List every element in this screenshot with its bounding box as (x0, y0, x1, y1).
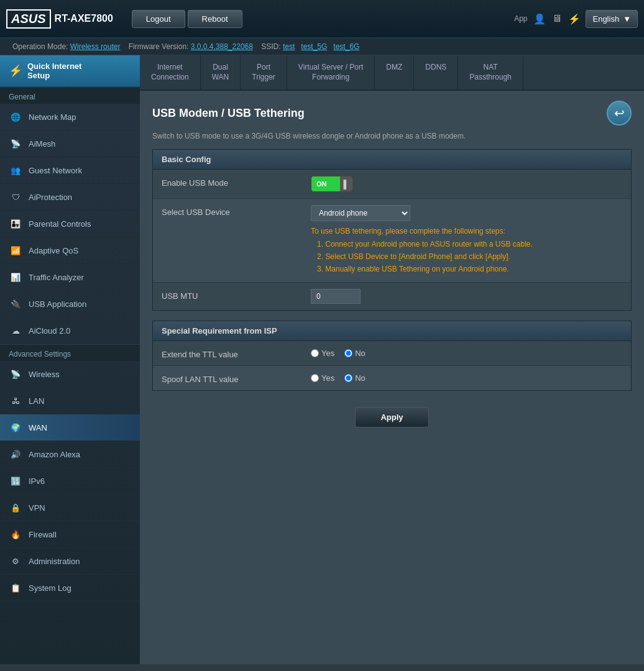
wireless-icon: 📡 (9, 367, 22, 381)
extend-ttl-value: Yes No (311, 347, 622, 358)
sidebar-item-guest-network[interactable]: 👥 Guest Network (0, 157, 140, 184)
sidebar-item-system-log[interactable]: 📋 System Log (0, 575, 140, 601)
sidebar-item-label: Firewall (29, 530, 57, 539)
extend-ttl-yes-label[interactable]: Yes (311, 349, 334, 358)
app-label: App (514, 14, 527, 23)
aimesh-icon: 📡 (9, 137, 22, 150)
main-layout: ⚡ Quick InternetSetup General 🌐 Network … (0, 55, 644, 664)
reboot-button[interactable]: Reboot (188, 10, 242, 28)
sidebar-item-aicloud[interactable]: ☁ AiCloud 2.0 (0, 317, 140, 344)
apply-button[interactable]: Apply (355, 407, 428, 427)
spoof-ttl-yes-radio[interactable] (311, 374, 319, 382)
sidebar-item-traffic-analyzer[interactable]: 📊 Traffic Analyzer (0, 264, 140, 291)
people-icon[interactable]: 👤 (533, 13, 546, 25)
language-selector[interactable]: English ▼ (586, 10, 638, 28)
sidebar-item-amazon-alexa[interactable]: 🔊 Amazon Alexa (0, 441, 140, 468)
extend-ttl-label: Extend the TTL value (162, 347, 311, 359)
guest-network-icon: 👥 (9, 163, 22, 177)
usb-mode-toggle[interactable]: ON ▌ (311, 176, 353, 192)
sidebar-item-aiprotection[interactable]: 🛡 AiProtection (0, 184, 140, 211)
logo-asus: ASUS (6, 9, 51, 29)
special-req-section: Special Requirement from ISP Extend the … (152, 321, 632, 391)
extend-ttl-yes-radio[interactable] (311, 349, 319, 357)
spoof-ttl-yes-label[interactable]: Yes (311, 373, 334, 383)
header: ASUS RT-AXE7800 Logout Reboot App 👤 🖥 ⚡ … (0, 0, 644, 39)
quick-setup-item[interactable]: ⚡ Quick InternetSetup (0, 55, 140, 87)
info-bar-left: Operation Mode: Wireless router Firmware… (12, 42, 359, 51)
spoof-ttl-no-radio[interactable] (344, 374, 352, 382)
spoof-ttl-no-label[interactable]: No (344, 373, 366, 383)
logout-button[interactable]: Logout (132, 10, 185, 28)
toggle-on-label: ON (311, 176, 340, 191)
spoof-ttl-label: Spoof LAN TTL value (162, 372, 311, 384)
enable-usb-row: Enable USB Mode ON ▌ (153, 170, 631, 199)
main-content: InternetConnection DualWAN PortTrigger V… (140, 55, 644, 664)
header-icons: App 👤 🖥 ⚡ (514, 13, 581, 25)
tab-virtual-server[interactable]: Virtual Server / Port Forwarding (287, 55, 375, 89)
operation-label: Operation Mode: (12, 42, 68, 51)
select-usb-device-row: Select USB Device Android phone To use U… (153, 199, 631, 283)
sidebar-item-label: AiCloud 2.0 (29, 326, 70, 336)
spoof-ttl-radio-group: Yes No (311, 372, 622, 383)
tab-bar: InternetConnection DualWAN PortTrigger V… (140, 55, 644, 91)
page-header: USB Modem / USB Tethering ↩ (152, 101, 632, 126)
instruction-step-3: 3. Manually enable USB Tethering on your… (311, 263, 622, 275)
vpn-icon: 🔒 (9, 501, 22, 514)
basic-config-section: Basic Config Enable USB Mode ON ▌ Select… (152, 149, 632, 311)
tab-dmz[interactable]: DMZ (375, 55, 414, 89)
tab-dual-wan[interactable]: DualWAN (201, 55, 241, 89)
language-label: English (592, 14, 619, 24)
ssid-1[interactable]: test (283, 42, 295, 51)
tab-port-trigger[interactable]: PortTrigger (241, 55, 287, 89)
firmware-label: Firmware Version: (129, 42, 189, 51)
sidebar-item-wireless[interactable]: 📡 Wireless (0, 361, 140, 388)
tab-nat-passthrough[interactable]: NATPassthrough (458, 55, 523, 89)
operation-value[interactable]: Wireless router (70, 42, 121, 51)
sidebar-item-lan[interactable]: 🖧 LAN (0, 388, 140, 414)
basic-config-header: Basic Config (153, 150, 631, 170)
enable-usb-label: Enable USB Mode (162, 176, 311, 188)
usb-device-select[interactable]: Android phone (311, 205, 410, 221)
back-button[interactable]: ↩ (607, 101, 632, 126)
sidebar-item-label: USB Application (29, 299, 86, 309)
sidebar: ⚡ Quick InternetSetup General 🌐 Network … (0, 55, 140, 664)
instructions-header: To use USB tethering, please complete th… (311, 227, 505, 235)
sidebar-item-label: Guest Network (29, 166, 82, 175)
sidebar-item-aimesh[interactable]: 📡 AiMesh (0, 130, 140, 157)
ssid-2[interactable]: test_5G (301, 42, 327, 51)
monitor-icon[interactable]: 🖥 (552, 13, 562, 24)
extend-ttl-no-label[interactable]: No (344, 349, 366, 358)
usb-icon[interactable]: ⚡ (568, 13, 581, 25)
sidebar-item-label: IPv6 (29, 477, 45, 486)
no-label: No (355, 373, 366, 383)
sidebar-item-firewall[interactable]: 🔥 Firewall (0, 521, 140, 548)
tab-internet-connection[interactable]: InternetConnection (140, 55, 201, 89)
spoof-ttl-value: Yes No (311, 372, 622, 383)
sidebar-item-ipv6[interactable]: 🔢 IPv6 (0, 468, 140, 495)
sidebar-item-administration[interactable]: ⚙ Administration (0, 548, 140, 575)
usb-mtu-input[interactable] (311, 289, 361, 304)
extend-ttl-no-radio[interactable] (344, 349, 352, 357)
select-usb-label: Select USB Device (162, 205, 311, 217)
usb-mtu-label: USB MTU (162, 289, 311, 301)
sidebar-item-usb-application[interactable]: 🔌 USB Application (0, 291, 140, 317)
tab-ddns[interactable]: DDNS (414, 55, 458, 89)
back-arrow-icon: ↩ (614, 106, 625, 121)
firmware-value[interactable]: 3.0.0.4.388_22068 (191, 42, 253, 51)
sidebar-item-label: WAN (29, 423, 47, 432)
header-buttons: Logout Reboot (132, 10, 242, 28)
usb-mtu-value (311, 289, 622, 304)
header-right: App 👤 🖥 ⚡ English ▼ (514, 10, 638, 28)
sidebar-item-label: LAN (29, 396, 44, 406)
usb-mtu-row: USB MTU (153, 283, 631, 310)
instruction-step-2: 2. Select USB Device to [Android Phone] … (311, 250, 622, 263)
sidebar-item-network-map[interactable]: 🌐 Network Map (0, 104, 140, 130)
ssid-3[interactable]: test_6G (333, 42, 359, 51)
toggle-handle: ▌ (340, 176, 352, 191)
sidebar-item-wan[interactable]: 🌍 WAN (0, 414, 140, 441)
sidebar-item-adaptive-qos[interactable]: 📶 Adaptive QoS (0, 237, 140, 264)
sidebar-item-parental-controls[interactable]: 👨‍👧 Parental Controls (0, 211, 140, 237)
sidebar-item-label: Adaptive QoS (29, 246, 78, 255)
extend-ttl-row: Extend the TTL value Yes No (153, 341, 631, 366)
sidebar-item-vpn[interactable]: 🔒 VPN (0, 495, 140, 521)
